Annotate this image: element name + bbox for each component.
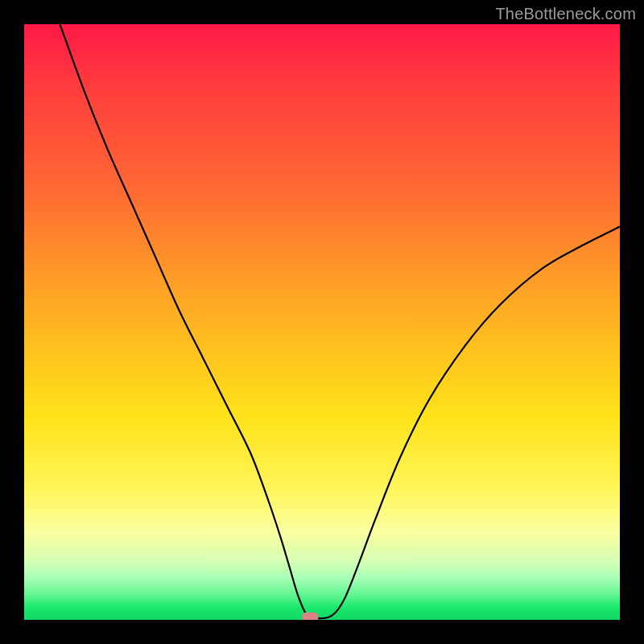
minimum-marker [302,613,318,620]
watermark-text: TheBottleneck.com [495,5,636,23]
plot-area [24,24,620,620]
chart-frame: TheBottleneck.com [0,0,644,644]
bottleneck-curve [60,24,620,618]
curve-svg [24,24,620,620]
